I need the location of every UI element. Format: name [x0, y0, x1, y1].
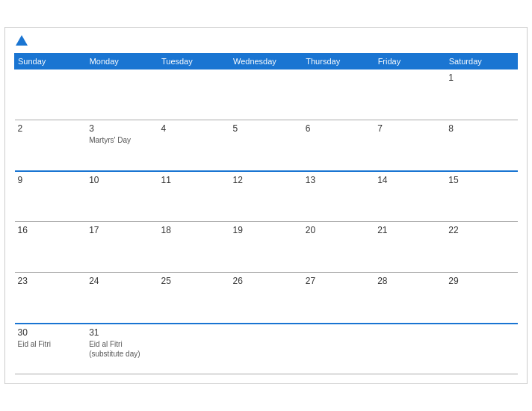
calendar-day: [86, 69, 158, 120]
day-number: 17: [89, 225, 155, 235]
calendar-day: [374, 324, 445, 374]
calendar-day: [303, 324, 374, 374]
weekday-header: Saturday: [445, 54, 517, 69]
day-number: 8: [448, 123, 514, 134]
calendar-day: 26: [229, 273, 302, 324]
day-number: 21: [377, 225, 442, 235]
day-event: Eid al Fitri: [18, 340, 51, 348]
weekday-header: Wednesday: [229, 54, 302, 69]
day-number: 16: [18, 225, 84, 235]
day-number: 29: [448, 276, 514, 286]
calendar-day: 24: [86, 273, 158, 324]
calendar-day: 21: [374, 222, 445, 273]
week-row: 23Martyrs' Day45678: [15, 120, 518, 171]
calendar-day: 1: [445, 69, 517, 120]
calendar-day: 6: [303, 120, 374, 171]
day-number: 15: [448, 175, 514, 185]
day-number: 25: [161, 276, 226, 286]
calendar-day: 3Martyrs' Day: [86, 120, 158, 171]
calendar-day: 4: [158, 120, 229, 171]
calendar-day: 15: [445, 171, 517, 222]
day-number: 12: [232, 175, 299, 185]
day-number: 31: [89, 327, 155, 338]
calendar-day: 7: [374, 120, 445, 171]
weekday-header: Monday: [86, 54, 158, 69]
calendar-day: 29: [445, 273, 517, 324]
calendar-day: [229, 69, 302, 120]
calendar-header-row: SundayMondayTuesdayWednesdayThursdayFrid…: [15, 54, 518, 69]
calendar-day: 17: [86, 222, 158, 273]
day-number: 1: [448, 72, 514, 83]
day-number: 3: [89, 123, 155, 134]
day-number: 11: [161, 175, 226, 185]
day-number: 9: [18, 175, 84, 185]
weekday-row: SundayMondayTuesdayWednesdayThursdayFrid…: [15, 54, 518, 69]
calendar-day: 5: [229, 120, 302, 171]
weekday-header: Tuesday: [158, 54, 229, 69]
calendar-day: 10: [86, 171, 158, 222]
calendar-day: 14: [374, 171, 445, 222]
calendar-day: 8: [445, 120, 517, 171]
logo: [14, 35, 28, 47]
day-number: 30: [18, 327, 84, 338]
week-row: 30Eid al Fitri31Eid al Fitri (substitute…: [15, 324, 518, 374]
day-number: 2: [18, 123, 84, 134]
calendar-body: 123Martyrs' Day4567891011121314151617181…: [15, 69, 518, 374]
week-row: 23242526272829: [15, 273, 518, 324]
calendar-day: [303, 69, 374, 120]
day-number: 20: [306, 225, 371, 235]
calendar-wrapper: SundayMondayTuesdayWednesdayThursdayFrid…: [4, 27, 528, 384]
calendar-day: 28: [374, 273, 445, 324]
logo-triangle-icon: [16, 35, 28, 46]
calendar-day: 31Eid al Fitri (substitute day): [86, 324, 158, 374]
calendar-day: 22: [445, 222, 517, 273]
day-number: 22: [448, 225, 514, 235]
day-number: 19: [232, 225, 299, 235]
weekday-header: Sunday: [15, 54, 87, 69]
calendar-day: 19: [229, 222, 302, 273]
day-number: 14: [377, 175, 442, 185]
calendar-day: 25: [158, 273, 229, 324]
calendar-table: SundayMondayTuesdayWednesdayThursdayFrid…: [14, 53, 518, 374]
day-number: 7: [377, 123, 442, 134]
calendar-day: 12: [229, 171, 302, 222]
week-row: 9101112131415: [15, 171, 518, 222]
calendar-day: 11: [158, 171, 229, 222]
calendar-day: [15, 69, 87, 120]
day-event: Martyrs' Day: [89, 136, 131, 144]
weekday-header: Friday: [374, 54, 445, 69]
calendar-day: 20: [303, 222, 374, 273]
calendar-day: 13: [303, 171, 374, 222]
calendar-day: [445, 324, 517, 374]
calendar-day: 9: [15, 171, 87, 222]
calendar-day: 27: [303, 273, 374, 324]
weekday-header: Thursday: [303, 54, 374, 69]
day-number: 6: [306, 123, 371, 134]
calendar-day: [158, 324, 229, 374]
calendar-day: 16: [15, 222, 87, 273]
day-number: 24: [89, 276, 155, 286]
calendar-day: [158, 69, 229, 120]
day-event: Eid al Fitri (substitute day): [89, 340, 140, 358]
calendar-day: 18: [158, 222, 229, 273]
calendar-header: [14, 35, 518, 47]
day-number: 10: [89, 175, 155, 185]
day-number: 13: [306, 175, 371, 185]
calendar-day: 2: [15, 120, 87, 171]
day-number: 18: [161, 225, 226, 235]
week-row: 16171819202122: [15, 222, 518, 273]
day-number: 4: [161, 123, 226, 134]
calendar-day: [374, 69, 445, 120]
calendar-day: [229, 324, 302, 374]
week-row: 1: [15, 69, 518, 120]
calendar-day: 23: [15, 273, 87, 324]
day-number: 27: [306, 276, 371, 286]
day-number: 5: [232, 123, 299, 134]
calendar-day: 30Eid al Fitri: [15, 324, 87, 374]
day-number: 28: [377, 276, 442, 286]
day-number: 23: [18, 276, 84, 286]
day-number: 26: [232, 276, 299, 286]
